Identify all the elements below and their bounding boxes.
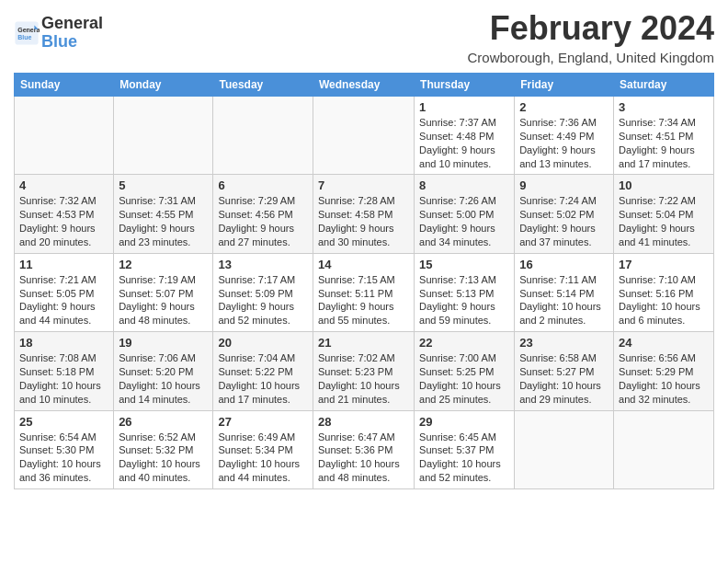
day-number: 25 (19, 415, 108, 429)
day-info: Sunrise: 7:11 AM Sunset: 5:14 PM Dayligh… (519, 273, 609, 327)
day-number: 21 (318, 336, 409, 350)
logo-line1: General (41, 15, 103, 33)
day-number: 5 (119, 178, 208, 192)
title-block: February 2024 Crowborough, England, Unit… (468, 9, 715, 65)
calendar-cell: 8Sunrise: 7:26 AM Sunset: 5:00 PM Daylig… (415, 175, 515, 253)
calendar-cell (515, 410, 614, 488)
day-number: 28 (318, 415, 409, 429)
calendar-cell: 12Sunrise: 7:19 AM Sunset: 5:07 PM Dayli… (114, 253, 213, 331)
day-info: Sunrise: 6:52 AM Sunset: 5:32 PM Dayligh… (119, 431, 208, 485)
day-number: 18 (19, 336, 108, 350)
day-header-sunday: Sunday (15, 74, 114, 97)
calendar-cell: 17Sunrise: 7:10 AM Sunset: 5:16 PM Dayli… (614, 253, 714, 331)
calendar-cell: 7Sunrise: 7:28 AM Sunset: 4:58 PM Daylig… (313, 175, 414, 253)
calendar-cell: 6Sunrise: 7:29 AM Sunset: 4:56 PM Daylig… (213, 175, 313, 253)
day-info: Sunrise: 7:37 AM Sunset: 4:48 PM Dayligh… (419, 116, 509, 170)
calendar-cell: 15Sunrise: 7:13 AM Sunset: 5:13 PM Dayli… (415, 253, 515, 331)
day-number: 3 (619, 100, 709, 114)
day-header-wednesday: Wednesday (313, 74, 414, 97)
location: Crowborough, England, United Kingdom (468, 50, 715, 65)
day-info: Sunrise: 7:10 AM Sunset: 5:16 PM Dayligh… (619, 273, 709, 327)
calendar-cell: 21Sunrise: 7:02 AM Sunset: 5:23 PM Dayli… (313, 332, 414, 410)
calendar-cell: 19Sunrise: 7:06 AM Sunset: 5:20 PM Dayli… (114, 332, 213, 410)
calendar-cell: 18Sunrise: 7:08 AM Sunset: 5:18 PM Dayli… (15, 332, 114, 410)
day-number: 16 (519, 258, 609, 271)
day-info: Sunrise: 6:56 AM Sunset: 5:29 PM Dayligh… (619, 351, 709, 406)
day-info: Sunrise: 7:32 AM Sunset: 4:53 PM Dayligh… (19, 194, 108, 248)
calendar-cell (614, 410, 714, 488)
calendar-cell: 23Sunrise: 6:58 AM Sunset: 5:27 PM Dayli… (515, 332, 614, 410)
day-info: Sunrise: 7:13 AM Sunset: 5:13 PM Dayligh… (419, 273, 509, 327)
day-number: 13 (218, 258, 308, 271)
day-number: 22 (419, 336, 509, 350)
day-number: 7 (318, 178, 409, 192)
day-header-tuesday: Tuesday (213, 74, 313, 97)
day-info: Sunrise: 7:00 AM Sunset: 5:25 PM Dayligh… (419, 351, 509, 406)
day-info: Sunrise: 6:47 AM Sunset: 5:36 PM Dayligh… (318, 431, 409, 485)
day-info: Sunrise: 7:08 AM Sunset: 5:18 PM Dayligh… (19, 351, 108, 406)
day-info: Sunrise: 7:17 AM Sunset: 5:09 PM Dayligh… (218, 273, 308, 327)
day-info: Sunrise: 7:19 AM Sunset: 5:07 PM Dayligh… (119, 273, 208, 327)
calendar-cell (313, 97, 414, 175)
day-info: Sunrise: 7:28 AM Sunset: 4:58 PM Dayligh… (318, 194, 409, 248)
day-number: 24 (619, 336, 709, 350)
day-number: 1 (419, 100, 509, 114)
logo-line2: Blue (41, 33, 103, 52)
day-number: 26 (119, 415, 208, 429)
day-number: 11 (19, 258, 108, 271)
day-info: Sunrise: 7:34 AM Sunset: 4:51 PM Dayligh… (619, 116, 709, 170)
calendar-cell: 5Sunrise: 7:31 AM Sunset: 4:55 PM Daylig… (114, 175, 213, 253)
day-info: Sunrise: 6:49 AM Sunset: 5:34 PM Dayligh… (218, 431, 308, 485)
day-info: Sunrise: 7:36 AM Sunset: 4:49 PM Dayligh… (519, 116, 609, 170)
day-info: Sunrise: 6:58 AM Sunset: 5:27 PM Dayligh… (519, 351, 609, 406)
logo: General Blue General Blue (14, 15, 103, 52)
calendar-cell: 26Sunrise: 6:52 AM Sunset: 5:32 PM Dayli… (114, 410, 213, 488)
day-info: Sunrise: 6:54 AM Sunset: 5:30 PM Dayligh… (19, 431, 108, 485)
day-info: Sunrise: 7:24 AM Sunset: 5:02 PM Dayligh… (519, 194, 609, 248)
calendar-cell: 24Sunrise: 6:56 AM Sunset: 5:29 PM Dayli… (614, 332, 714, 410)
day-header-monday: Monday (114, 74, 213, 97)
calendar-cell: 3Sunrise: 7:34 AM Sunset: 4:51 PM Daylig… (614, 97, 714, 175)
calendar-cell: 2Sunrise: 7:36 AM Sunset: 4:49 PM Daylig… (515, 97, 614, 175)
day-info: Sunrise: 6:45 AM Sunset: 5:37 PM Dayligh… (419, 431, 509, 485)
day-header-saturday: Saturday (614, 74, 714, 97)
day-number: 10 (619, 178, 709, 192)
calendar-cell (15, 97, 114, 175)
week-row-3: 11Sunrise: 7:21 AM Sunset: 5:05 PM Dayli… (15, 253, 714, 331)
day-info: Sunrise: 7:31 AM Sunset: 4:55 PM Dayligh… (119, 194, 208, 248)
day-number: 8 (419, 178, 509, 192)
day-number: 20 (218, 336, 308, 350)
day-number: 12 (119, 258, 208, 271)
calendar-cell: 20Sunrise: 7:04 AM Sunset: 5:22 PM Dayli… (213, 332, 313, 410)
day-info: Sunrise: 7:15 AM Sunset: 5:11 PM Dayligh… (318, 273, 409, 327)
calendar-cell: 29Sunrise: 6:45 AM Sunset: 5:37 PM Dayli… (415, 410, 515, 488)
day-number: 4 (19, 178, 108, 192)
day-number: 15 (419, 258, 509, 271)
day-number: 6 (218, 178, 308, 192)
day-header-thursday: Thursday (415, 74, 515, 97)
calendar-cell: 22Sunrise: 7:00 AM Sunset: 5:25 PM Dayli… (415, 332, 515, 410)
day-number: 23 (519, 336, 609, 350)
day-number: 2 (519, 100, 609, 114)
calendar-cell: 11Sunrise: 7:21 AM Sunset: 5:05 PM Dayli… (15, 253, 114, 331)
svg-rect-0 (15, 21, 38, 44)
week-row-5: 25Sunrise: 6:54 AM Sunset: 5:30 PM Dayli… (15, 410, 714, 488)
calendar-cell: 16Sunrise: 7:11 AM Sunset: 5:14 PM Dayli… (515, 253, 614, 331)
calendar-cell: 1Sunrise: 7:37 AM Sunset: 4:48 PM Daylig… (415, 97, 515, 175)
day-header-friday: Friday (515, 74, 614, 97)
day-number: 14 (318, 258, 409, 271)
day-info: Sunrise: 7:22 AM Sunset: 5:04 PM Dayligh… (619, 194, 709, 248)
calendar-cell: 10Sunrise: 7:22 AM Sunset: 5:04 PM Dayli… (614, 175, 714, 253)
calendar-cell: 27Sunrise: 6:49 AM Sunset: 5:34 PM Dayli… (213, 410, 313, 488)
week-row-2: 4Sunrise: 7:32 AM Sunset: 4:53 PM Daylig… (15, 175, 714, 253)
day-info: Sunrise: 7:21 AM Sunset: 5:05 PM Dayligh… (19, 273, 108, 327)
calendar-cell: 9Sunrise: 7:24 AM Sunset: 5:02 PM Daylig… (515, 175, 614, 253)
day-info: Sunrise: 7:02 AM Sunset: 5:23 PM Dayligh… (318, 351, 409, 406)
day-number: 9 (519, 178, 609, 192)
day-number: 17 (619, 258, 709, 271)
calendar-cell (213, 97, 313, 175)
day-info: Sunrise: 7:04 AM Sunset: 5:22 PM Dayligh… (218, 351, 308, 406)
day-number: 29 (419, 415, 509, 429)
svg-text:Blue: Blue (17, 34, 31, 40)
calendar-cell: 28Sunrise: 6:47 AM Sunset: 5:36 PM Dayli… (313, 410, 414, 488)
